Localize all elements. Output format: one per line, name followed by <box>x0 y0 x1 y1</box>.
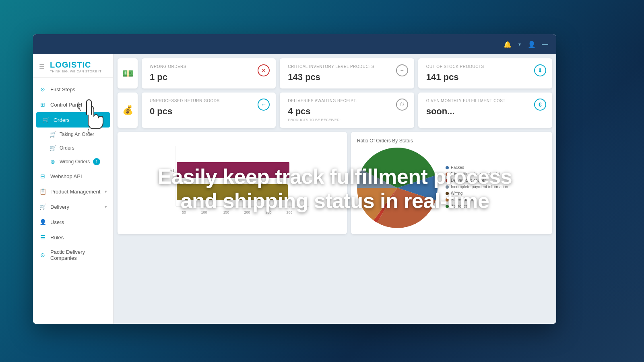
stat-card-wrong-orders: WRONG ORDERS 1 pc ✕ <box>142 58 276 88</box>
out-of-stock-value: 141 pcs <box>426 72 544 82</box>
wrong-orders-icon: ⊗ <box>49 158 56 165</box>
users-icon: 👤 <box>39 218 46 226</box>
sidebar-item-pactic[interactable]: ⊙ Pactic Delivery Companies <box>33 245 113 265</box>
first-card-icon: 💵 <box>118 58 138 88</box>
pie-chart-svg <box>357 148 438 228</box>
legend-incomplete-payment-label: Incomplete payment information <box>451 185 508 189</box>
webshop-api-icon: ⊟ <box>39 173 46 180</box>
legend-wrong: Wrong <box>446 191 508 195</box>
charts-row: ed 50 100 150 200 250 286 <box>114 128 556 238</box>
content-area: 💵 WRONG ORDERS 1 pc ✕ CRITICAL INVENTORY… <box>114 54 556 324</box>
logo-text: LOGISTIC <box>50 60 103 70</box>
products-to-receive-label: PRODUCTS TO BE RECEIVED: <box>288 118 406 122</box>
legend-incomplete-payment: Incomplete payment information <box>446 185 508 189</box>
monthly-fulfillment-value: soon... <box>426 106 544 117</box>
legend-approved: Approved <box>446 204 508 208</box>
svg-rect-2 <box>177 162 289 178</box>
sidebar-item-first-steps[interactable]: ⊙ First Steps <box>33 82 113 97</box>
hamburger-icon[interactable]: ☰ <box>39 63 45 71</box>
orders-icon: 🛒 <box>42 116 50 123</box>
legend-parcel-point: It is waiting at a parcel point <box>446 172 508 176</box>
product-management-chevron-icon: ▾ <box>105 189 107 194</box>
control-panel-label: Control Panel <box>50 102 107 108</box>
wrong-orders-value: 1 pc <box>150 72 268 82</box>
sub-orders-label: Orders <box>60 145 74 151</box>
taking-order-icon: 🛒 <box>49 131 56 138</box>
sidebar-item-control-panel[interactable]: ⊞ Control Panel <box>33 97 113 112</box>
user-icon[interactable]: 👤 <box>528 41 536 48</box>
svg-text:250: 250 <box>265 210 271 214</box>
orders-checkmark-icon: ✓ <box>100 117 104 123</box>
unprocessed-return-card-icon: ← <box>258 99 270 111</box>
wrong-orders-title: WRONG ORDERS <box>150 64 268 69</box>
legend-parcel-point-label: It is waiting at a parcel point <box>451 172 500 176</box>
deliveries-awaiting-title: DELIVERIES AWAITING RECEIPT: <box>288 99 406 103</box>
delivery-chevron-icon: ▾ <box>105 204 107 210</box>
wrong-orders-card-icon: ✕ <box>258 64 270 76</box>
sidebar-nav: ⊙ First Steps ⊞ Control Panel 🛒 Orders ✓… <box>33 78 113 269</box>
users-label: Users <box>50 219 107 225</box>
svg-text:50: 50 <box>182 210 186 214</box>
sidebar-item-webshop-api[interactable]: ⊟ Webshop API <box>33 169 113 184</box>
sidebar-item-wrong-orders[interactable]: ⊗ Wrong Orders 1 <box>33 155 113 169</box>
svg-text:150: 150 <box>223 210 229 214</box>
out-of-stock-title: OUT OF STOCK PRODUCTS <box>426 64 544 69</box>
delivery-label: Delivery <box>50 204 101 210</box>
app-window: 🔔 ▼ 👤 — ☰ LOGISTIC THINK BIG. WE CAN STO… <box>33 34 556 324</box>
close-icon[interactable]: — <box>542 41 548 48</box>
pactic-label: Pactic Delivery Companies <box>50 249 107 261</box>
sidebar-item-delivery[interactable]: 🛒 Delivery ▾ <box>33 199 113 214</box>
deliveries-awaiting-card-icon: ⏱ <box>396 99 408 111</box>
logo-subtitle: THINK BIG. WE CAN STORE IT! <box>50 70 103 73</box>
second-row-first-icon: 💰 <box>118 93 138 128</box>
logo-container: LOGISTIC THINK BIG. WE CAN STORE IT! <box>50 60 103 73</box>
bell-icon[interactable]: 🔔 <box>504 41 512 48</box>
legend-wrong-label: Wrong <box>451 191 462 195</box>
sidebar-item-sub-orders[interactable]: 🛒 Orders <box>33 141 113 155</box>
legend-access-from: Access from <box>446 197 508 202</box>
unprocessed-return-value: 0 pcs <box>150 106 268 117</box>
sidebar-item-rules[interactable]: ☰ Rules <box>33 230 113 245</box>
stats-row-2: 💰 UNPROCESSED RETURN GOODS 0 pcs ← DELIV… <box>114 88 556 128</box>
legend-access-from-label: Access from <box>451 197 473 202</box>
sub-orders-icon: 🛒 <box>49 144 56 152</box>
monthly-fulfillment-title: GIVEN MONTHLY FULFILLMENT COST <box>426 99 544 103</box>
product-management-label: Product Management <box>50 189 101 195</box>
taking-order-label: Taking An Order <box>60 132 94 137</box>
first-steps-label: First Steps <box>50 86 107 93</box>
pactic-icon: ⊙ <box>39 251 46 259</box>
header-bar: 🔔 ▼ 👤 — <box>33 34 556 54</box>
stat-card-monthly-fulfillment: GIVEN MONTHLY FULFILLMENT COST soon... € <box>418 93 552 128</box>
rules-label: Rules <box>50 234 107 241</box>
legend-delivered-courier-label: Delivered to courier <box>451 178 486 183</box>
delivery-icon: 🛒 <box>39 203 46 210</box>
bar-chart-svg: ed 50 100 150 200 250 286 <box>124 142 341 222</box>
sidebar-item-taking-order[interactable]: 🛒 Taking An Order <box>33 128 113 141</box>
deliveries-awaiting-value: 4 pcs <box>288 106 406 117</box>
sidebar-item-product-management[interactable]: 📋 Product Management ▾ <box>33 184 113 199</box>
stats-row-1: 💵 WRONG ORDERS 1 pc ✕ CRITICAL INVENTORY… <box>114 54 556 88</box>
legend-delivered-courier: Delivered to courier <box>446 178 508 183</box>
bar-chart-container: ed 50 100 150 200 250 286 <box>124 142 341 222</box>
bar-chart-card: ed 50 100 150 200 250 286 <box>118 132 347 234</box>
stat-card-critical-inventory: CRITICAL INVENTORY LEVEL PRODUCTS 143 pc… <box>280 58 414 88</box>
product-management-icon: 📋 <box>39 188 46 195</box>
svg-text:286: 286 <box>286 210 292 214</box>
pie-chart-title: Ratio Of Orders By Status <box>357 138 546 144</box>
monthly-fulfillment-card-icon: € <box>534 99 546 111</box>
legend-approved-label: Approved <box>451 204 468 208</box>
stat-card-out-of-stock: OUT OF STOCK PRODUCTS 141 pcs ⬇ <box>418 58 552 88</box>
bell-dropdown-icon[interactable]: ▼ <box>518 42 522 47</box>
stat-card-deliveries-awaiting: DELIVERIES AWAITING RECEIPT: 4 pcs PRODU… <box>280 93 414 128</box>
svg-text:100: 100 <box>201 210 207 214</box>
sidebar-item-users[interactable]: 👤 Users <box>33 214 113 230</box>
pie-legend: Packed It is waiting at a parcel point D… <box>446 165 508 210</box>
webshop-api-label: Webshop API <box>50 173 107 179</box>
first-steps-icon: ⊙ <box>39 86 46 93</box>
out-of-stock-card-icon: ⬇ <box>534 64 546 76</box>
svg-rect-4 <box>177 184 288 200</box>
sidebar-item-orders[interactable]: 🛒 Orders ✓ <box>36 112 110 128</box>
critical-inventory-card-icon: − <box>396 64 408 76</box>
rules-icon: ☰ <box>39 234 46 241</box>
wrong-orders-badge: 1 <box>93 158 100 165</box>
